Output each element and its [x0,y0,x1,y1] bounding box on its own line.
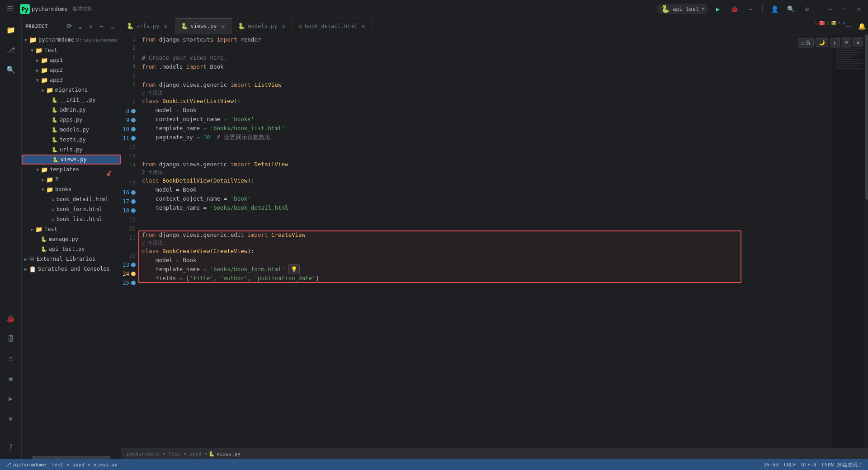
status-git[interactable]: ⎇ pycharmdome [5,462,46,468]
tree-item-api-test[interactable]: 🐍 api_test.py [22,244,121,254]
tree-item-book-list[interactable]: ◇ book_list.html [22,214,121,224]
tree-item-admin[interactable]: 🐍 admin.py [22,105,121,115]
scratch-icon: 📋 [29,266,36,273]
tree-item-templates[interactable]: ▼ 📁 templates [22,164,121,174]
ime-en-btn[interactable]: ☑ 英 [798,38,813,47]
tree-item-ext-libs[interactable]: ▶ 🏛 External Libraries [22,254,121,264]
debug-btn[interactable]: 🐞 [728,3,741,15]
gutter-7: 7 [121,98,136,107]
chevron-down-icon[interactable]: ⌄ [108,22,117,31]
label: templates [50,166,79,173]
activity-icon-help[interactable]: ? [2,438,20,456]
activity-icon-debug[interactable]: 🐞 [2,310,20,328]
status-breadcrumb[interactable]: Test > app3 > views.py [52,462,118,468]
tree-item-models[interactable]: 🐍 models.py [22,125,121,135]
activity-icon-search[interactable]: 🔍 [2,61,20,79]
maximize-btn[interactable]: ❐ [839,4,850,14]
ime-settings-btn[interactable]: ⚙ [853,38,863,47]
status-csdn[interactable]: CSDN @U盘先玩了 [822,461,863,468]
cloud-icon[interactable]: ☁ [75,22,85,31]
tree-item-apps[interactable]: 🐍 apps.py [22,115,121,125]
minimize-btn[interactable]: — [825,4,835,14]
error-icon: ⚠ [815,20,818,26]
ime-icon4[interactable]: ≡ [842,38,852,47]
tree-item-manage[interactable]: 🐍 manage.py [22,234,121,244]
close-sidebar-icon[interactable]: ✕ [86,22,95,31]
tab-urls[interactable]: 🐍 urls.py ✕ [121,18,175,34]
close-btn[interactable]: ✕ [854,4,864,14]
run-btn[interactable]: ▶ [712,3,724,15]
position-label: 25:53 [764,462,778,468]
label: tests.py [60,136,86,143]
tab-models[interactable]: 🐍 models.py ✕ [232,18,293,34]
ime-icon3[interactable]: ↑ [830,38,840,47]
tree-item-books[interactable]: ▼ 📁 books [22,184,121,194]
more-options-icon[interactable]: ⋯ [97,22,106,31]
notif-chevron[interactable]: ∧ [838,20,841,25]
tree-item-views[interactable]: 🐍 views.py [22,155,121,164]
sidebar-scrollbar[interactable] [22,456,121,459]
user-icon[interactable]: 👤 [768,3,781,15]
tab-close-urls[interactable]: ✕ [162,23,170,30]
hamburger-icon[interactable]: ☰ [4,3,16,15]
activity-icon-git[interactable]: ⎇ [2,41,20,59]
code-line-12 [138,142,832,151]
tree-item-app3[interactable]: ▼ 📁 app3 [22,75,121,85]
activity-icon-bookmark[interactable]: ◈ [2,409,20,428]
tree-item-book-detail[interactable]: ◇ book_detail.html [22,194,121,204]
tree-item-app1[interactable]: ▶ 📁 app1 [22,55,121,65]
code-line-11: paginate_by = 10 # 设置展示页数数据 [138,133,832,142]
gutter-20: 20 [121,224,136,233]
gutter-14: 14 [121,161,136,170]
label: urls.py [60,146,83,153]
code-line-28 [138,301,832,310]
settings-btn[interactable]: ⚙ [801,3,813,15]
code-line-1: from django.shortcuts import render [138,35,832,44]
gutter-3: 3 [121,52,136,61]
refresh-icon[interactable]: ⟳ [65,22,74,31]
label: models.py [60,127,89,133]
tree-item-2[interactable]: ▶ 📁 2 [22,174,121,184]
activity-icon-terminal[interactable]: ▶ [2,390,20,408]
code-editor[interactable]: from django.shortcuts import render # Cr… [138,34,832,448]
notif-chevron2[interactable]: ∨ [843,20,845,25]
scrollbar-thumb [32,456,111,459]
activity-icon-database[interactable]: 🗄 [2,330,20,348]
breadcrumb-file-icon: 🐍 [208,451,215,457]
more-toolbar-btn[interactable]: ⋯ [744,3,757,15]
tree-item-urls[interactable]: 🐍 urls.py [22,145,121,155]
version-control-label[interactable]: 版本控制 [73,5,93,12]
code-line-16: model = Book [138,185,832,194]
status-crlf[interactable]: CRLF [784,462,796,468]
tab-notif-btn[interactable]: 🔔 [855,20,868,33]
profile-btn[interactable]: 🐍 api_test ▼ [657,4,708,14]
py-icon: 🐍 [52,117,58,123]
code-line-10: template_name = 'books/book_list.html' [138,124,832,133]
tab-close-html[interactable]: ✕ [360,23,367,30]
code-line-19 [138,212,832,221]
activity-icon-layers[interactable]: ≡ [2,350,20,368]
tree-item-test2[interactable]: ▶ 📁 Test [22,224,121,234]
tree-item-tests[interactable]: 🐍 tests.py [22,135,121,145]
tab-book-detail[interactable]: ◇ book_detail.html ✕ [293,18,373,34]
label: book_list.html [57,216,102,222]
tab-views[interactable]: 🐍 views.py ✕ [175,18,233,34]
tree-item-scratches[interactable]: ▶ 📋 Scratches and Consoles [22,264,121,274]
tree-item-test[interactable]: ▼ 📁 Test [22,45,121,55]
activity-icon-project[interactable]: 📁 [2,21,20,39]
search-btn[interactable]: 🔍 [784,3,797,15]
tree-item-book-form[interactable]: ◇ book_form.html [22,204,121,214]
tab-close-models[interactable]: ✕ [280,23,287,30]
activity-icon-globe[interactable]: ◉ [2,370,20,388]
tab-close-views[interactable]: ✕ [219,23,226,30]
scroll-thumb[interactable] [865,34,868,200]
status-encoding[interactable]: UTF-8 [802,462,816,468]
ime-label: 英 [806,39,811,46]
ime-moon-btn[interactable]: 🌙 [816,38,828,47]
tree-root[interactable]: ▼ 📁 pycharmdome D:\pycharmdome [22,34,121,45]
editor-area: 1 2 3 4 5 6 7 8 9 10 11 12 13 14 15 16 1… [121,34,868,448]
status-position[interactable]: 25:53 [764,462,778,468]
tree-item-app2[interactable]: ▶ 📁 app2 [22,65,121,75]
tree-item-migrations[interactable]: ▶ 📁 migrations [22,85,121,95]
tree-item-init[interactable]: 🐍 __init__.py [22,95,121,105]
